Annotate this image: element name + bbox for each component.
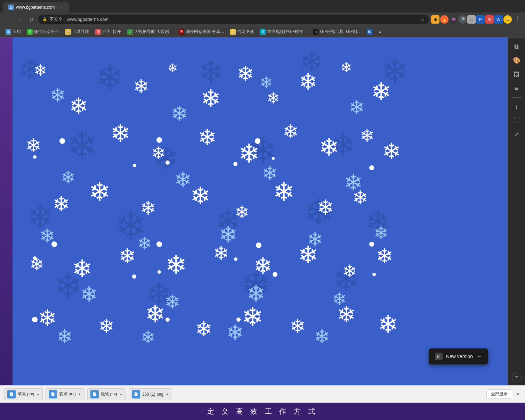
microsoft-file-icon: 📄 [90, 390, 99, 398]
extension-icon-2[interactable]: 🔥 [440, 15, 449, 24]
help-icon: ? [515, 375, 518, 380]
foreign-icon: 国 [179, 29, 184, 35]
plugin-icon: 插 [95, 29, 101, 35]
palette-button[interactable]: 🎨 [510, 54, 523, 67]
image-icon: 🖼 [514, 71, 520, 78]
back-button[interactable]: ← [3, 15, 13, 24]
bookmark-consult[interactable]: 咨 咨询浏览 [227, 28, 257, 35]
download-item-microsoft[interactable]: 📄 微软.png ▲ [87, 388, 126, 400]
tools-icon: 🔍 [65, 29, 71, 35]
microsoft-filename: 微软.png [101, 391, 117, 397]
bookmark-gifzip[interactable]: G GIF压缩工具_GIF制... [310, 28, 363, 35]
svg-text:❄: ❄ [290, 315, 306, 337]
bookmark-wechat[interactable]: 微 微信公众平台 [24, 28, 62, 35]
more-bookmarks-button[interactable]: » [377, 29, 383, 35]
address-bar[interactable]: 🔓 不安全 | www.bgpatterns.com ☆ [38, 15, 429, 24]
bookmark-word[interactable]: W [364, 28, 375, 35]
show-all-button[interactable]: 全部显示 [486, 389, 512, 399]
svg-text:❄: ❄ [168, 61, 178, 75]
bookmark-tools[interactable]: 🔍 工具寻找 [63, 28, 92, 35]
new-version-arrow-icon: → [476, 353, 482, 360]
download-button[interactable]: ↓ [510, 100, 523, 113]
palette-icon: 🎨 [513, 57, 520, 64]
menu-button[interactable]: ⋮ [512, 15, 522, 24]
360-chevron-icon[interactable]: ▲ [165, 392, 169, 396]
layers-button[interactable]: ≡ [510, 82, 523, 94]
bookmark-plugin-label: 插图| 拉开 [102, 29, 121, 35]
security-icon: 🔓 [42, 17, 47, 22]
extension-icon-7[interactable]: ⊞ [485, 15, 494, 24]
bookmark-foreign-label: 国外网站推荐-分享... [186, 29, 224, 35]
fullscreen-icon: ⛶ [514, 117, 520, 124]
svg-text:❄: ❄ [119, 245, 136, 268]
left-panel [0, 38, 13, 385]
svg-text:❄: ❄ [340, 60, 352, 75]
extension-icon-3[interactable]: 👾 [449, 15, 458, 24]
svg-text:❄: ❄ [319, 134, 339, 161]
android-chevron-icon[interactable]: ▲ [78, 392, 81, 396]
bookmark-gif[interactable]: 在 在线视频转GIF软件... [257, 28, 309, 35]
bookmark-apps[interactable]: ⊞ 应用 [3, 28, 24, 35]
extension-icon-6[interactable]: P [476, 15, 485, 24]
svg-text:❄: ❄ [57, 326, 73, 347]
android-file-icon: 📄 [49, 390, 57, 398]
bookmark-star-icon[interactable]: ☆ [420, 17, 425, 22]
svg-text:❄: ❄ [247, 281, 265, 306]
download-icon: ↓ [515, 103, 518, 111]
bookmark-plugin[interactable]: 插 插图| 拉开 [92, 28, 124, 35]
apple-file-icon: 📄 [7, 390, 16, 398]
extension-icon-4[interactable]: 🔎 [458, 15, 467, 24]
apps-icon: ⊞ [6, 29, 11, 35]
svg-text:❄: ❄ [165, 250, 187, 279]
download-item-android[interactable]: 📄 安卓.png ▲ [46, 388, 84, 400]
svg-text:❄: ❄ [25, 135, 41, 156]
copy-button[interactable]: ⧉ [510, 40, 523, 53]
download-item-360[interactable]: 📄 360 (1).png ▲ [129, 388, 172, 400]
svg-text:❄: ❄ [260, 74, 273, 91]
svg-text:❄: ❄ [349, 97, 365, 118]
tab-close-button[interactable]: × [58, 5, 64, 10]
svg-text:❄: ❄ [52, 192, 70, 216]
svg-text:❄: ❄ [201, 85, 221, 112]
bookmark-foreign[interactable]: 国 国外网站推荐-分享... [176, 28, 227, 35]
svg-text:❄: ❄ [344, 170, 363, 195]
svg-text:❄: ❄ [69, 93, 88, 119]
svg-point-98 [234, 257, 237, 261]
svg-point-105 [132, 274, 136, 279]
svg-text:❄: ❄ [237, 62, 254, 85]
microsoft-chevron-icon[interactable]: ▲ [119, 392, 123, 396]
extension-icon-1[interactable]: ⊞ [431, 15, 439, 24]
extension-icon-9[interactable]: 😊 [503, 15, 512, 24]
download-bar-close-button[interactable]: × [515, 390, 521, 399]
help-button[interactable]: ? [512, 373, 522, 382]
fullscreen-button[interactable]: ⛶ [510, 114, 523, 127]
nav-bar: ← → ↻ 🔓 不安全 | www.bgpatterns.com ☆ ⊞ 🔥 👾… [0, 13, 525, 26]
svg-text:❄: ❄ [145, 300, 165, 328]
svg-point-101 [273, 272, 277, 277]
apple-chevron-icon[interactable]: ▲ [36, 392, 40, 396]
nav-right-icons: ⊞ 🔥 👾 🔎 ░ P ⊞ W 😊 ⋮ [431, 15, 522, 24]
svg-point-94 [156, 241, 162, 247]
new-version-icon: ⊡ [435, 353, 443, 360]
refresh-button[interactable]: ↻ [26, 15, 36, 24]
svg-text:❄: ❄ [219, 222, 237, 247]
wechat-icon: 微 [27, 29, 33, 35]
new-version-notification[interactable]: ⊡ New version → [429, 348, 488, 364]
taskbar-title: 定 义 高 效 工 作 方 式 [207, 407, 318, 416]
svg-text:❄: ❄ [332, 289, 347, 309]
svg-point-89 [133, 164, 136, 167]
extension-icon-5[interactable]: ░ [467, 15, 476, 24]
forward-button[interactable]: → [15, 15, 24, 24]
browser-frame: B www.bgpatterns.com × ← → ↻ 🔓 不安全 | www… [0, 0, 525, 420]
extension-icon-8[interactable]: W [494, 15, 503, 24]
svg-text:❄: ❄ [317, 196, 334, 219]
share-button[interactable]: ↗ [510, 128, 523, 141]
svg-point-103 [236, 318, 241, 322]
new-version-text: New version [446, 354, 473, 359]
image-button[interactable]: 🖼 [510, 68, 523, 81]
download-item-apple[interactable]: 📄 苹果.png ▲ [4, 388, 43, 400]
bookmark-bigdata[interactable]: 大 大数据导航-大数据... [124, 28, 175, 35]
active-tab[interactable]: B www.bgpatterns.com × [3, 2, 69, 13]
svg-text:❄: ❄ [299, 69, 317, 94]
svg-point-91 [165, 160, 170, 165]
